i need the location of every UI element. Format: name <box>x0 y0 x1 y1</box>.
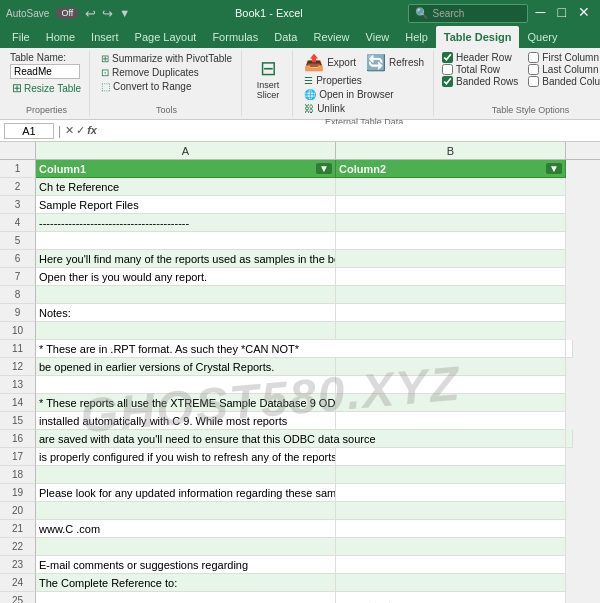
first-column-checkbox-label[interactable]: First Column <box>528 52 600 63</box>
row-num-4[interactable]: 4 <box>0 214 36 232</box>
cell-b6[interactable] <box>336 250 566 268</box>
row-num-15[interactable]: 15 <box>0 412 36 430</box>
row-num-20[interactable]: 20 <box>0 502 36 520</box>
tab-file[interactable]: File <box>4 26 38 48</box>
col-header-a[interactable]: A <box>36 142 336 159</box>
header-row-checkbox[interactable] <box>442 52 453 63</box>
cell-b25[interactable] <box>336 592 566 603</box>
total-row-checkbox[interactable] <box>442 64 453 75</box>
row-num-21[interactable]: 21 <box>0 520 36 538</box>
row-num-12[interactable]: 12 <box>0 358 36 376</box>
banded-columns-checkbox[interactable] <box>528 76 539 87</box>
cell-b16[interactable] <box>566 430 573 448</box>
cell-a1[interactable]: Column1 ▼ <box>36 160 336 178</box>
cell-a23[interactable]: E-mail comments or suggestions regarding <box>36 556 336 574</box>
row-num-9[interactable]: 9 <box>0 304 36 322</box>
cell-a22[interactable] <box>36 538 336 556</box>
remove-duplicates-button[interactable]: ⊡ Remove Duplicates <box>98 66 202 79</box>
total-row-checkbox-label[interactable]: Total Row <box>442 64 518 75</box>
unlink-button[interactable]: ⛓ Unlink <box>301 102 348 115</box>
cell-reference-input[interactable] <box>4 123 54 139</box>
row-num-24[interactable]: 24 <box>0 574 36 592</box>
cell-a21[interactable]: www.C .com <box>36 520 336 538</box>
formula-input[interactable] <box>101 124 596 138</box>
tab-view[interactable]: View <box>358 26 398 48</box>
cell-a5[interactable] <box>36 232 336 250</box>
tab-data[interactable]: Data <box>266 26 305 48</box>
tab-query[interactable]: Query <box>519 26 565 48</box>
cell-b4[interactable] <box>336 214 566 232</box>
cell-b9[interactable] <box>336 304 566 322</box>
cell-b3[interactable] <box>336 196 566 214</box>
customize-icon[interactable]: ▼ <box>119 7 130 19</box>
row-num-17[interactable]: 17 <box>0 448 36 466</box>
row-num-19[interactable]: 19 <box>0 484 36 502</box>
cell-b12[interactable] <box>336 358 566 376</box>
cell-a4[interactable]: ----------------------------------------… <box>36 214 336 232</box>
cell-b14[interactable] <box>336 394 566 412</box>
search-box[interactable]: 🔍 Search <box>408 4 528 23</box>
tab-review[interactable]: Review <box>305 26 357 48</box>
cell-b17[interactable] <box>336 448 566 466</box>
cell-a6[interactable]: Here you'll find many of the reports use… <box>36 250 336 268</box>
tab-table-design[interactable]: Table Design <box>436 26 520 48</box>
cell-a15[interactable]: installed automatically with C 9. While … <box>36 412 336 430</box>
resize-table-button[interactable]: ⊞ Resize Table <box>10 80 83 96</box>
cell-a17[interactable]: is properly configured if you wish to re… <box>36 448 336 466</box>
insert-slicer-button[interactable]: ⊟ Insert Slicer <box>250 54 286 102</box>
row-num-2[interactable]: 2 <box>0 178 36 196</box>
row-num-3[interactable]: 3 <box>0 196 36 214</box>
tab-home[interactable]: Home <box>38 26 83 48</box>
row-num-18[interactable]: 18 <box>0 466 36 484</box>
cell-a20[interactable] <box>36 502 336 520</box>
col-header-b[interactable]: B <box>336 142 566 159</box>
properties-button[interactable]: ☰ Properties <box>301 74 365 87</box>
cancel-formula-icon[interactable]: ✕ <box>65 124 74 137</box>
row-num-14[interactable]: 14 <box>0 394 36 412</box>
cell-b22[interactable] <box>336 538 566 556</box>
row-num-8[interactable]: 8 <box>0 286 36 304</box>
redo-icon[interactable]: ↪ <box>102 6 113 21</box>
row-num-25[interactable]: 25 <box>0 592 36 603</box>
cell-b18[interactable] <box>336 466 566 484</box>
cell-a8[interactable] <box>36 286 336 304</box>
filter-dropdown-b1[interactable]: ▼ <box>546 163 562 174</box>
minimize-icon[interactable]: ─ <box>532 4 550 23</box>
autosave-toggle[interactable]: Off <box>55 7 79 19</box>
row-num-16[interactable]: 16 <box>0 430 36 448</box>
row-num-7[interactable]: 7 <box>0 268 36 286</box>
undo-icon[interactable]: ↩ <box>85 6 96 21</box>
cell-a10[interactable] <box>36 322 336 340</box>
cell-a16[interactable]: are saved with data you'll need to ensur… <box>36 430 566 448</box>
cell-a2[interactable]: Ch te Reference <box>36 178 336 196</box>
cell-b1[interactable]: Column2 ▼ <box>336 160 566 178</box>
header-row-checkbox-label[interactable]: Header Row <box>442 52 518 63</box>
cell-b2[interactable] <box>336 178 566 196</box>
filter-dropdown-a1[interactable]: ▼ <box>316 163 332 174</box>
row-num-5[interactable]: 5 <box>0 232 36 250</box>
cell-a24[interactable]: The Complete Reference to: <box>36 574 336 592</box>
row-num-23[interactable]: 23 <box>0 556 36 574</box>
export-button[interactable]: 📤 Export <box>301 52 359 73</box>
tab-insert[interactable]: Insert <box>83 26 127 48</box>
cell-a25[interactable] <box>36 592 336 603</box>
cell-b15[interactable] <box>336 412 566 430</box>
confirm-formula-icon[interactable]: ✓ <box>76 124 85 137</box>
cell-b10[interactable] <box>336 322 566 340</box>
cell-a18[interactable] <box>36 466 336 484</box>
last-column-checkbox[interactable] <box>528 64 539 75</box>
cell-a12[interactable]: be opened in earlier versions of Crystal… <box>36 358 336 376</box>
open-browser-button[interactable]: 🌐 Open in Browser <box>301 88 396 101</box>
row-num-13[interactable]: 13 <box>0 376 36 394</box>
cell-b8[interactable] <box>336 286 566 304</box>
cell-b20[interactable] <box>336 502 566 520</box>
cell-b13[interactable] <box>336 376 566 394</box>
cell-a13[interactable] <box>36 376 336 394</box>
cell-b23[interactable] <box>336 556 566 574</box>
first-column-checkbox[interactable] <box>528 52 539 63</box>
banded-columns-checkbox-label[interactable]: Banded Columns <box>528 76 600 87</box>
close-icon[interactable]: ✕ <box>574 4 594 23</box>
row-num-22[interactable]: 22 <box>0 538 36 556</box>
tab-formulas[interactable]: Formulas <box>204 26 266 48</box>
banded-rows-checkbox[interactable] <box>442 76 453 87</box>
